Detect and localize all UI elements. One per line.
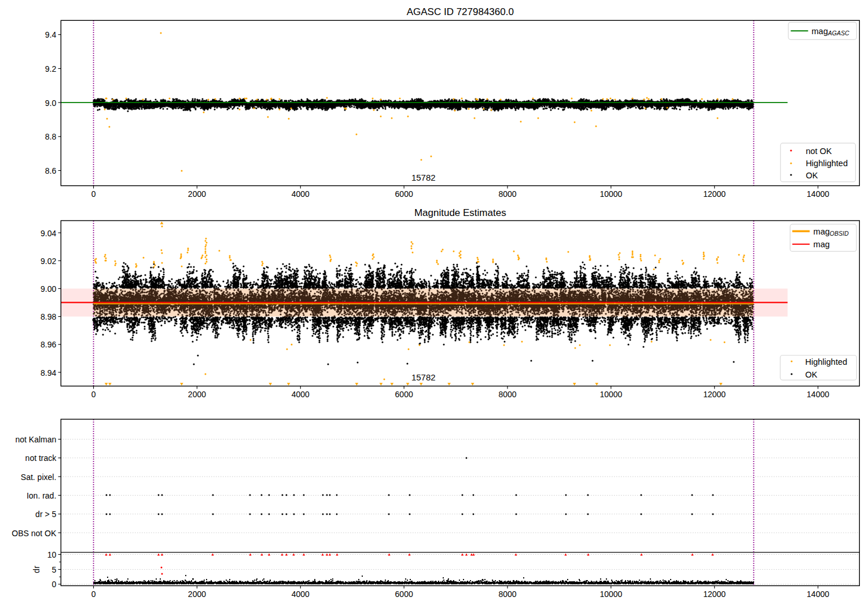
svg-text:8.8: 8.8 — [45, 132, 57, 141]
svg-text:not Kalman: not Kalman — [15, 435, 56, 444]
svg-text:10000: 10000 — [599, 189, 622, 199]
svg-text:2000: 2000 — [188, 189, 206, 199]
svg-text:6000: 6000 — [395, 390, 413, 399]
svg-text:Highlighted: Highlighted — [806, 357, 848, 367]
svg-text:12000: 12000 — [703, 189, 726, 199]
svg-text:0: 0 — [91, 390, 96, 399]
svg-text:OK: OK — [806, 171, 818, 180]
svg-text:15782: 15782 — [411, 173, 436, 182]
svg-text:8.6: 8.6 — [45, 166, 57, 175]
svg-text:6000: 6000 — [395, 589, 413, 599]
svg-text:Ion. rad.: Ion. rad. — [27, 491, 56, 500]
svg-text:5: 5 — [52, 565, 57, 574]
svg-text:4000: 4000 — [292, 390, 310, 399]
svg-text:8.94: 8.94 — [41, 368, 56, 378]
svg-text:14000: 14000 — [807, 390, 829, 399]
svg-text:9.02: 9.02 — [41, 257, 56, 266]
svg-text:6000: 6000 — [395, 189, 413, 199]
svg-text:dr > 5: dr > 5 — [35, 510, 56, 519]
svg-text:9.04: 9.04 — [41, 229, 56, 238]
svg-text:not OK: not OK — [806, 146, 832, 156]
svg-text:8.96: 8.96 — [41, 340, 56, 349]
svg-text:Magnitude Estimates: Magnitude Estimates — [414, 207, 506, 218]
svg-text:4000: 4000 — [292, 589, 310, 599]
svg-text:10: 10 — [47, 550, 57, 559]
svg-text:15782: 15782 — [411, 372, 436, 382]
svg-text:9.00: 9.00 — [41, 284, 56, 294]
svg-text:0: 0 — [52, 580, 57, 589]
svg-text:4000: 4000 — [292, 189, 310, 199]
svg-text:dr: dr — [32, 566, 41, 573]
svg-text:Highlighted: Highlighted — [806, 159, 848, 168]
svg-text:AGASC ID 727984360.0: AGASC ID 727984360.0 — [407, 6, 514, 17]
svg-text:14000: 14000 — [807, 589, 829, 599]
svg-text:0: 0 — [91, 189, 96, 199]
svg-text:8000: 8000 — [498, 390, 516, 399]
svg-text:2000: 2000 — [188, 390, 206, 399]
svg-text:Sat. pixel.: Sat. pixel. — [21, 473, 56, 482]
svg-text:10000: 10000 — [599, 589, 622, 599]
svg-text:2000: 2000 — [188, 589, 206, 599]
svg-text:8000: 8000 — [498, 189, 516, 199]
svg-text:9.4: 9.4 — [45, 30, 57, 39]
svg-text:mag: mag — [814, 240, 830, 249]
svg-text:8000: 8000 — [498, 589, 516, 599]
svg-text:12000: 12000 — [703, 589, 726, 599]
svg-text:10000: 10000 — [599, 390, 622, 399]
svg-text:12000: 12000 — [703, 390, 726, 399]
svg-text:9.2: 9.2 — [45, 64, 57, 74]
svg-text:not track: not track — [25, 453, 57, 463]
svg-text:9.0: 9.0 — [45, 98, 57, 108]
svg-text:14000: 14000 — [807, 189, 829, 199]
svg-text:0: 0 — [91, 589, 96, 599]
svg-text:OBS not OK: OBS not OK — [12, 529, 57, 538]
svg-text:OK: OK — [806, 370, 818, 379]
svg-text:8.98: 8.98 — [41, 312, 56, 321]
